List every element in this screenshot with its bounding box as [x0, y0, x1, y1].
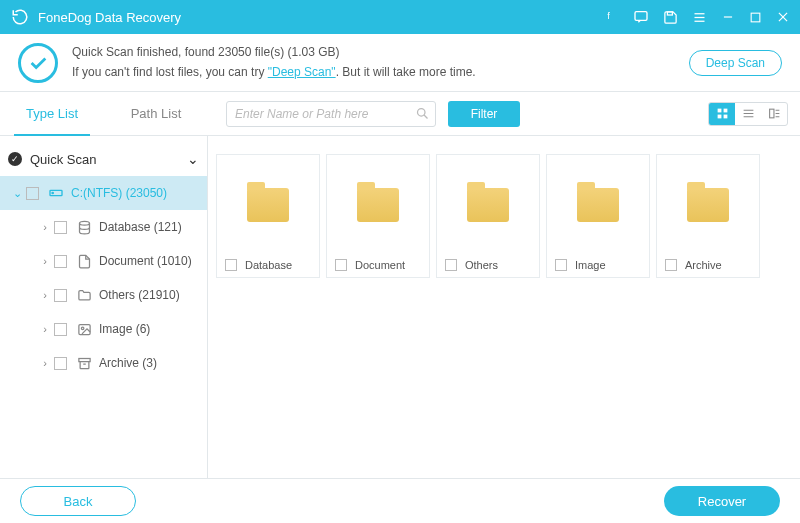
- chevron-right-icon[interactable]: ›: [36, 289, 54, 301]
- minimize-icon[interactable]: [721, 10, 735, 24]
- folder-grid: Database Document Others Image Archive: [208, 136, 800, 478]
- drive-icon: [47, 185, 65, 201]
- svg-rect-28: [78, 358, 89, 361]
- recover-button[interactable]: Recover: [664, 486, 780, 516]
- document-icon: [75, 254, 93, 269]
- status-line2: If you can't find lost files, you can tr…: [72, 63, 689, 82]
- chevron-down-icon[interactable]: ⌄: [187, 151, 199, 167]
- status-text: Quick Scan finished, found 23050 file(s)…: [72, 43, 689, 81]
- folder-icon: [467, 188, 509, 222]
- svg-text:f: f: [607, 11, 610, 21]
- image-icon: [75, 322, 93, 337]
- svg-rect-1: [635, 12, 647, 21]
- search-wrap: [226, 101, 436, 127]
- main-area: Quick Scan ⌄ ⌄ C:(NTFS) (23050) › Databa…: [0, 136, 800, 478]
- tree-item-document[interactable]: › Document (1010): [0, 244, 207, 278]
- folder-icon: [75, 288, 93, 303]
- menu-icon[interactable]: [692, 10, 707, 25]
- checkbox[interactable]: [54, 255, 67, 268]
- chevron-right-icon[interactable]: ›: [36, 221, 54, 233]
- titlebar: FoneDog Data Recovery f: [0, 0, 800, 34]
- folder-icon: [247, 188, 289, 222]
- checkbox[interactable]: [54, 357, 67, 370]
- search-icon[interactable]: [415, 106, 430, 125]
- checkbox[interactable]: [26, 187, 39, 200]
- folder-card[interactable]: Archive: [656, 154, 760, 278]
- tree-item-archive[interactable]: › Archive (3): [0, 346, 207, 380]
- chevron-right-icon[interactable]: ›: [36, 255, 54, 267]
- folder-card[interactable]: Image: [546, 154, 650, 278]
- svg-point-24: [52, 192, 53, 193]
- status-line1: Quick Scan finished, found 23050 file(s)…: [72, 43, 689, 62]
- list-tabs: Type List Path List: [0, 92, 208, 135]
- back-button[interactable]: Back: [20, 486, 136, 516]
- deep-scan-button[interactable]: Deep Scan: [689, 50, 782, 76]
- status-bar: Quick Scan finished, found 23050 file(s)…: [0, 34, 800, 92]
- tree-item-database[interactable]: › Database (121): [0, 210, 207, 244]
- checkbox[interactable]: [54, 221, 67, 234]
- folder-card[interactable]: Database: [216, 154, 320, 278]
- checkmark-icon: [18, 43, 58, 83]
- svg-rect-15: [723, 115, 727, 119]
- database-icon: [75, 220, 93, 235]
- tree-root-label: Quick Scan: [30, 152, 187, 167]
- checkbox[interactable]: [54, 323, 67, 336]
- svg-point-27: [81, 327, 84, 330]
- tree-root[interactable]: Quick Scan ⌄: [0, 142, 207, 176]
- archive-icon: [75, 356, 93, 371]
- footer: Back Recover: [0, 478, 800, 523]
- svg-point-25: [79, 221, 89, 225]
- toolbar: Type List Path List Filter: [0, 92, 800, 136]
- folder-icon: [577, 188, 619, 222]
- tree-drive[interactable]: ⌄ C:(NTFS) (23050): [0, 176, 207, 210]
- checkbox[interactable]: [445, 259, 457, 271]
- folder-icon: [687, 188, 729, 222]
- folder-card[interactable]: Others: [436, 154, 540, 278]
- tree-item-image[interactable]: › Image (6): [0, 312, 207, 346]
- view-grid-icon[interactable]: [709, 103, 735, 125]
- svg-rect-2: [667, 11, 672, 14]
- svg-rect-14: [717, 115, 721, 119]
- chevron-down-icon[interactable]: ⌄: [8, 187, 26, 200]
- checkbox[interactable]: [225, 259, 237, 271]
- search-input[interactable]: [226, 101, 436, 127]
- svg-rect-19: [769, 109, 773, 118]
- svg-rect-12: [717, 109, 721, 113]
- deep-scan-link[interactable]: "Deep Scan": [268, 65, 336, 79]
- view-toggle: [708, 102, 788, 126]
- save-icon[interactable]: [663, 10, 678, 25]
- app-title: FoneDog Data Recovery: [38, 10, 605, 25]
- checkbox[interactable]: [335, 259, 347, 271]
- chevron-right-icon[interactable]: ›: [36, 323, 54, 335]
- svg-point-10: [418, 108, 426, 116]
- view-list-icon[interactable]: [735, 103, 761, 125]
- share-icon[interactable]: f: [605, 10, 619, 24]
- svg-line-11: [424, 115, 427, 118]
- svg-rect-13: [723, 109, 727, 113]
- maximize-icon[interactable]: [749, 11, 762, 24]
- folder-card[interactable]: Document: [326, 154, 430, 278]
- checkbox[interactable]: [665, 259, 677, 271]
- view-detail-icon[interactable]: [761, 103, 787, 125]
- check-bullet-icon: [8, 152, 22, 166]
- app-logo-icon: [10, 7, 30, 27]
- svg-rect-7: [751, 13, 760, 22]
- sidebar: Quick Scan ⌄ ⌄ C:(NTFS) (23050) › Databa…: [0, 136, 208, 478]
- window-controls: f: [605, 9, 790, 25]
- tree-item-others[interactable]: › Others (21910): [0, 278, 207, 312]
- feedback-icon[interactable]: [633, 9, 649, 25]
- filter-button[interactable]: Filter: [448, 101, 520, 127]
- tree-drive-label: C:(NTFS) (23050): [71, 186, 199, 200]
- tab-path-list[interactable]: Path List: [104, 92, 208, 135]
- checkbox[interactable]: [555, 259, 567, 271]
- chevron-right-icon[interactable]: ›: [36, 357, 54, 369]
- close-icon[interactable]: [776, 10, 790, 24]
- checkbox[interactable]: [54, 289, 67, 302]
- folder-icon: [357, 188, 399, 222]
- tab-type-list[interactable]: Type List: [0, 92, 104, 135]
